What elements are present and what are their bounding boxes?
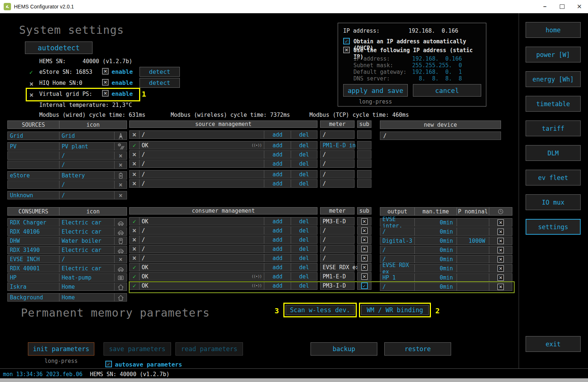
source-name[interactable] — [8, 181, 59, 188]
p-nominal-cell[interactable] — [457, 274, 489, 281]
consumer-icon-label[interactable]: / — [59, 255, 114, 263]
consumer-name[interactable]: DHW — [8, 237, 59, 245]
sidebar-button[interactable]: ev fleet — [526, 170, 581, 185]
source-name[interactable]: Unknown — [8, 191, 59, 199]
consumer-add-button[interactable]: add — [264, 227, 291, 234]
consumer-meter-cell[interactable]: EVSE RDX ex — [320, 263, 355, 271]
output-cell[interactable]: EVSE inter. — [380, 219, 414, 226]
consumer-add-button[interactable]: add — [264, 263, 291, 271]
output-cell[interactable]: EVSE RDX ex — [380, 264, 414, 272]
source-icon-label[interactable]: Battery — [59, 172, 114, 179]
timer-cell[interactable] — [489, 283, 512, 291]
consumer-del-button[interactable]: del — [291, 217, 317, 225]
consumer-del-button[interactable]: del — [291, 236, 317, 244]
consumer-add-button[interactable]: add — [264, 282, 291, 289]
consumer-del-button[interactable]: del — [291, 254, 317, 262]
consumer-icon-label[interactable]: Home — [59, 293, 114, 301]
consumer-add-button[interactable]: add — [264, 245, 291, 253]
consumer-del-button[interactable]: del — [291, 227, 317, 234]
man-time-cell[interactable]: 0min — [414, 274, 457, 281]
static-field-value[interactable]: 8. 8. 8. 8 — [412, 75, 462, 82]
source-icon-label[interactable]: / — [59, 152, 114, 159]
source-del-button[interactable]: del — [291, 131, 317, 138]
timer-cell[interactable] — [489, 246, 512, 254]
output-cell[interactable]: HP 1 — [380, 274, 414, 281]
consumer-sub-checkbox[interactable] — [361, 246, 368, 252]
estore-detect-button[interactable]: detect — [139, 67, 180, 77]
man-time-cell[interactable]: 0min — [414, 246, 457, 254]
sidebar-button[interactable]: tariff — [526, 120, 581, 136]
source-add-button[interactable]: add — [264, 160, 291, 167]
apply-and-save-button[interactable]: apply and save — [343, 84, 408, 97]
new-device-value[interactable]: / — [380, 132, 386, 140]
timer-cell[interactable] — [489, 274, 512, 281]
output-cell[interactable]: / — [380, 283, 414, 291]
consumer-icon-label[interactable]: Electric car — [59, 264, 114, 272]
exit-button[interactable]: exit — [526, 336, 581, 352]
timer-cell[interactable] — [489, 237, 512, 245]
timer-checkbox[interactable] — [497, 228, 504, 235]
consumer-meter-cell[interactable]: / — [320, 235, 355, 244]
consumer-sub-cell[interactable] — [357, 245, 371, 253]
source-name[interactable]: Grid — [8, 132, 59, 140]
consumer-name[interactable]: RDX 40001 — [8, 264, 59, 272]
man-time-cell[interactable]: 0min — [414, 255, 457, 263]
consumer-del-button[interactable]: del — [291, 245, 317, 253]
p-nominal-cell[interactable]: 1000W — [457, 237, 489, 245]
static-field-value[interactable]: 255.255.255. 0 — [412, 62, 462, 69]
consumer-add-button[interactable]: add — [264, 273, 291, 280]
consumer-icon-label[interactable]: Heat-pump — [59, 274, 114, 281]
man-time-cell[interactable]: 0min — [414, 264, 457, 272]
source-name[interactable]: eStore — [8, 172, 59, 179]
dhcp-checkbox[interactable] — [343, 38, 350, 44]
consumer-icon-label[interactable]: Electric car — [59, 228, 114, 235]
consumer-sub-checkbox[interactable] — [361, 264, 368, 271]
consumer-del-button[interactable]: del — [291, 282, 317, 289]
sidebar-button[interactable]: home — [526, 22, 581, 38]
timer-checkbox[interactable] — [497, 284, 504, 290]
source-icon-label[interactable]: Grid — [59, 132, 114, 140]
source-meter-cell[interactable]: / — [320, 179, 355, 188]
p-nominal-cell[interactable] — [457, 283, 489, 291]
consumer-icon-label[interactable]: Home — [59, 283, 114, 291]
sidebar-button[interactable]: DLM — [526, 145, 581, 161]
consumer-sub-cell[interactable] — [357, 254, 371, 262]
consumer-add-button[interactable]: add — [264, 217, 291, 225]
minimize-icon[interactable] — [536, 0, 553, 13]
consumer-name[interactable]: HP — [8, 274, 59, 281]
consumer-icon-label[interactable]: Electric car — [59, 246, 114, 254]
timer-cell[interactable] — [489, 228, 512, 235]
source-name[interactable]: PV — [8, 143, 59, 150]
source-icon-label[interactable]: / — [59, 161, 114, 169]
backup-button[interactable]: backup — [311, 342, 377, 356]
source-sub-cell[interactable] — [357, 150, 371, 159]
wm-wr-binding-button[interactable]: WM / WR binding — [361, 305, 429, 315]
consumer-icon-label[interactable]: Water boiler — [59, 237, 114, 245]
source-sub-cell[interactable] — [357, 141, 371, 149]
source-meter-cell[interactable]: / — [320, 130, 355, 139]
scan-wireless-button[interactable]: Scan w-less dev. — [286, 305, 355, 315]
sidebar-button[interactable]: power [W] — [526, 47, 581, 62]
source-del-button[interactable]: del — [291, 180, 317, 187]
sidebar-button[interactable]: timetable — [526, 96, 581, 112]
source-add-button[interactable]: add — [264, 131, 291, 138]
sidebar-button[interactable]: settings — [526, 219, 581, 235]
source-sub-cell[interactable] — [357, 130, 371, 139]
source-sub-cell[interactable] — [357, 159, 371, 168]
autosave-checkbox[interactable] — [105, 361, 112, 367]
source-del-button[interactable]: del — [291, 170, 317, 178]
consumer-sub-cell[interactable] — [357, 226, 371, 235]
timer-checkbox[interactable] — [497, 256, 504, 263]
p-nominal-cell[interactable] — [457, 246, 489, 254]
man-time-cell[interactable]: 0min — [414, 228, 457, 235]
consumer-meter-cell[interactable]: PM1-E-D — [320, 272, 355, 281]
maximize-icon[interactable] — [553, 0, 571, 13]
timer-cell[interactable] — [489, 264, 512, 272]
output-cell[interactable]: / — [380, 228, 414, 235]
source-add-button[interactable]: add — [264, 170, 291, 178]
source-add-button[interactable]: add — [264, 151, 291, 158]
timer-cell[interactable] — [489, 219, 512, 226]
p-nominal-cell[interactable] — [457, 255, 489, 263]
source-add-button[interactable]: add — [264, 141, 291, 149]
source-add-button[interactable]: add — [264, 180, 291, 187]
